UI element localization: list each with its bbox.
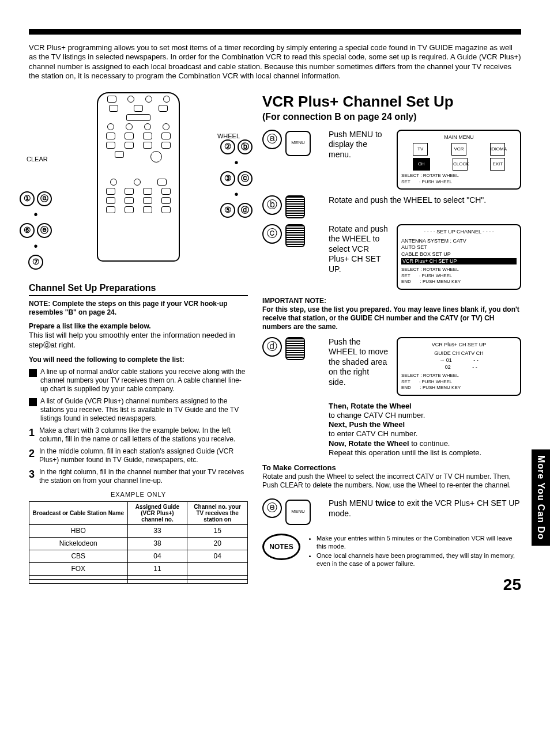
wheel-icon [285,337,305,360]
page-number: 25 [262,574,521,595]
main-heading: VCR Plus+ Channel Set Up [262,92,521,111]
top-rule [29,29,521,35]
step-e: ⓔ MENU Push MENU twice to exit the VCR P… [262,498,521,525]
example-table: Broadcast or Cable Station Name Assigned… [29,501,248,584]
numbered-1: 1Make a chart with 3 columns like the ex… [29,426,248,444]
notes-block: NOTES Make your entries within 5 minutes… [262,534,521,569]
corrections-text: Rotate and push the Wheel to select the … [262,472,521,490]
menu-button-icon: MENU [285,131,311,156]
important-note-text: For this step, use the list you prepared… [262,305,521,331]
step-a: ⓐ MENU Push MENU to display the menu. MA… [262,130,521,190]
osd-vcrplus-setup: VCR Plus+ CH SET UP GUIDE CH CATV CH → 0… [397,337,521,396]
menu-button-icon: MENU [285,500,311,525]
right-number-circles: ②ⓑ • ③ⓒ • ⑤ⓓ [219,138,254,219]
corrections-head: To Make Corrections [262,463,521,472]
notes-badge-icon: NOTES [262,534,300,560]
remote-diagram: CLEAR WHEEL ①ⓐ [29,92,248,277]
prepare-bold: Prepare a list like the example below. [29,322,151,330]
intro-text: VCR Plus+ programming allows you to set … [29,43,521,81]
prep-note: NOTE: Complete the steps on this page if… [29,300,248,317]
wheel-icon [285,195,305,218]
bullet-1: A line up of normal and/or cable station… [29,368,248,394]
step-b: ⓑ Rotate and push the WHEEL to select "C… [262,195,521,218]
prep-heading: Channel Set Up Preparations [29,282,248,296]
clear-callout: CLEAR [27,156,48,164]
wheel-icon [285,224,305,247]
bullet-2: A list of Guide (VCR Plus+) channel numb… [29,397,248,423]
important-note-head: IMPORTANT NOTE: [262,297,521,305]
numbered-2: 2In the middle column, fill in each stat… [29,447,248,464]
main-subheading: (For connection B on page 24 only) [262,111,521,123]
prepare-text: This list will help you smoothly enter t… [29,331,235,349]
then-block: Then, Rotate the Wheelto change CATV CH … [329,402,521,458]
step-c: ⓒ Rotate and push the WHEEL to select VC… [262,224,521,290]
osd-main-menu: MAIN MENU TV VCR IDIOMA CH CLOCK EXIT SE… [397,130,521,190]
numbered-3: 3In the right column, fill in the channe… [29,468,248,485]
osd-setup-channel: - - - - SET UP CHANNEL - - - - ANTENNA S… [397,224,521,290]
need-heading: You will need the following to complete … [29,356,248,364]
side-tab: More You Can Do [532,449,550,546]
left-number-circles: ①ⓐ • ⑥ⓔ • ⑦ [18,190,53,271]
step-d: ⓓ Push the WHEEL to move the shaded area… [262,337,521,396]
example-title: EXAMPLE ONLY [29,491,248,499]
